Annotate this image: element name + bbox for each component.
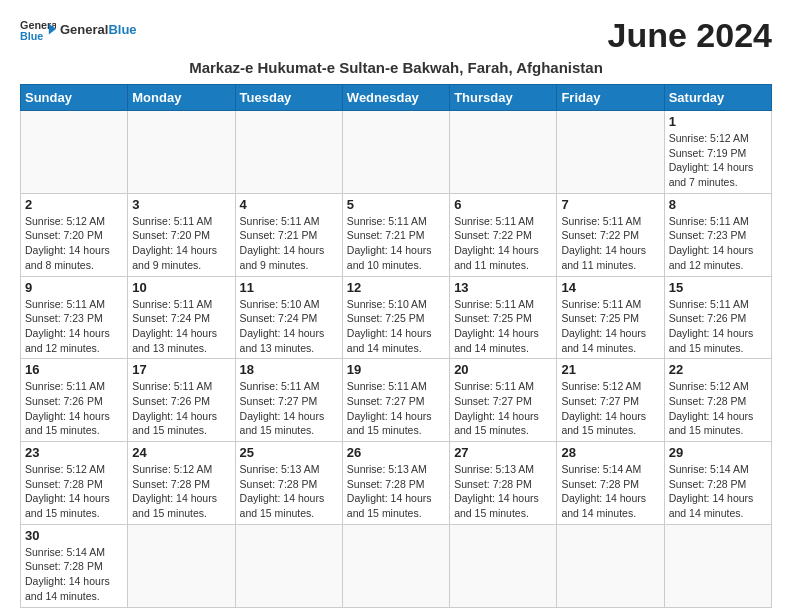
calendar-week-row: 9Sunrise: 5:11 AM Sunset: 7:23 PM Daylig…	[21, 276, 772, 359]
calendar-cell: 1Sunrise: 5:12 AM Sunset: 7:19 PM Daylig…	[664, 111, 771, 194]
day-number: 17	[132, 362, 230, 377]
calendar-cell: 14Sunrise: 5:11 AM Sunset: 7:25 PM Dayli…	[557, 276, 664, 359]
day-number: 3	[132, 197, 230, 212]
day-info: Sunrise: 5:10 AM Sunset: 7:24 PM Dayligh…	[240, 297, 338, 356]
calendar-cell	[342, 524, 449, 607]
calendar-cell	[557, 111, 664, 194]
calendar-week-row: 16Sunrise: 5:11 AM Sunset: 7:26 PM Dayli…	[21, 359, 772, 442]
calendar-cell: 12Sunrise: 5:10 AM Sunset: 7:25 PM Dayli…	[342, 276, 449, 359]
day-info: Sunrise: 5:12 AM Sunset: 7:28 PM Dayligh…	[669, 379, 767, 438]
header-sunday: Sunday	[21, 85, 128, 111]
day-number: 16	[25, 362, 123, 377]
day-number: 28	[561, 445, 659, 460]
calendar-cell: 8Sunrise: 5:11 AM Sunset: 7:23 PM Daylig…	[664, 193, 771, 276]
day-info: Sunrise: 5:11 AM Sunset: 7:20 PM Dayligh…	[132, 214, 230, 273]
calendar-cell: 20Sunrise: 5:11 AM Sunset: 7:27 PM Dayli…	[450, 359, 557, 442]
day-info: Sunrise: 5:11 AM Sunset: 7:21 PM Dayligh…	[240, 214, 338, 273]
day-info: Sunrise: 5:13 AM Sunset: 7:28 PM Dayligh…	[454, 462, 552, 521]
day-info: Sunrise: 5:11 AM Sunset: 7:27 PM Dayligh…	[347, 379, 445, 438]
day-info: Sunrise: 5:11 AM Sunset: 7:21 PM Dayligh…	[347, 214, 445, 273]
day-info: Sunrise: 5:14 AM Sunset: 7:28 PM Dayligh…	[561, 462, 659, 521]
calendar-cell: 29Sunrise: 5:14 AM Sunset: 7:28 PM Dayli…	[664, 442, 771, 525]
calendar-cell	[128, 111, 235, 194]
calendar-week-row: 30Sunrise: 5:14 AM Sunset: 7:28 PM Dayli…	[21, 524, 772, 607]
page-header: General Blue GeneralBlue June 2024	[20, 16, 772, 55]
calendar-cell: 2Sunrise: 5:12 AM Sunset: 7:20 PM Daylig…	[21, 193, 128, 276]
day-info: Sunrise: 5:11 AM Sunset: 7:24 PM Dayligh…	[132, 297, 230, 356]
calendar-cell: 18Sunrise: 5:11 AM Sunset: 7:27 PM Dayli…	[235, 359, 342, 442]
day-number: 4	[240, 197, 338, 212]
calendar-table: SundayMondayTuesdayWednesdayThursdayFrid…	[20, 84, 772, 608]
day-info: Sunrise: 5:11 AM Sunset: 7:22 PM Dayligh…	[561, 214, 659, 273]
day-info: Sunrise: 5:12 AM Sunset: 7:28 PM Dayligh…	[132, 462, 230, 521]
header-friday: Friday	[557, 85, 664, 111]
calendar-cell: 23Sunrise: 5:12 AM Sunset: 7:28 PM Dayli…	[21, 442, 128, 525]
day-info: Sunrise: 5:12 AM Sunset: 7:19 PM Dayligh…	[669, 131, 767, 190]
calendar-week-row: 1Sunrise: 5:12 AM Sunset: 7:19 PM Daylig…	[21, 111, 772, 194]
day-number: 7	[561, 197, 659, 212]
calendar-cell	[664, 524, 771, 607]
day-number: 19	[347, 362, 445, 377]
day-number: 27	[454, 445, 552, 460]
calendar-cell	[128, 524, 235, 607]
day-number: 23	[25, 445, 123, 460]
calendar-cell: 22Sunrise: 5:12 AM Sunset: 7:28 PM Dayli…	[664, 359, 771, 442]
day-number: 14	[561, 280, 659, 295]
logo-svg: General Blue	[20, 16, 56, 44]
day-info: Sunrise: 5:13 AM Sunset: 7:28 PM Dayligh…	[347, 462, 445, 521]
day-number: 29	[669, 445, 767, 460]
calendar-cell: 26Sunrise: 5:13 AM Sunset: 7:28 PM Dayli…	[342, 442, 449, 525]
calendar-cell: 28Sunrise: 5:14 AM Sunset: 7:28 PM Dayli…	[557, 442, 664, 525]
calendar-cell	[235, 524, 342, 607]
header-saturday: Saturday	[664, 85, 771, 111]
header-wednesday: Wednesday	[342, 85, 449, 111]
calendar-cell: 11Sunrise: 5:10 AM Sunset: 7:24 PM Dayli…	[235, 276, 342, 359]
day-info: Sunrise: 5:11 AM Sunset: 7:23 PM Dayligh…	[25, 297, 123, 356]
day-info: Sunrise: 5:13 AM Sunset: 7:28 PM Dayligh…	[240, 462, 338, 521]
day-info: Sunrise: 5:14 AM Sunset: 7:28 PM Dayligh…	[669, 462, 767, 521]
calendar-cell: 7Sunrise: 5:11 AM Sunset: 7:22 PM Daylig…	[557, 193, 664, 276]
day-number: 11	[240, 280, 338, 295]
day-number: 22	[669, 362, 767, 377]
calendar-cell: 24Sunrise: 5:12 AM Sunset: 7:28 PM Dayli…	[128, 442, 235, 525]
calendar-cell: 4Sunrise: 5:11 AM Sunset: 7:21 PM Daylig…	[235, 193, 342, 276]
logo-blue: Blue	[108, 22, 136, 37]
logo: General Blue GeneralBlue	[20, 16, 137, 44]
calendar-cell	[342, 111, 449, 194]
header-thursday: Thursday	[450, 85, 557, 111]
month-title: June 2024	[608, 16, 772, 55]
day-number: 15	[669, 280, 767, 295]
calendar-cell: 16Sunrise: 5:11 AM Sunset: 7:26 PM Dayli…	[21, 359, 128, 442]
logo-general: General	[60, 22, 108, 37]
day-info: Sunrise: 5:11 AM Sunset: 7:25 PM Dayligh…	[561, 297, 659, 356]
header-tuesday: Tuesday	[235, 85, 342, 111]
calendar-cell: 15Sunrise: 5:11 AM Sunset: 7:26 PM Dayli…	[664, 276, 771, 359]
calendar-cell: 19Sunrise: 5:11 AM Sunset: 7:27 PM Dayli…	[342, 359, 449, 442]
calendar-cell: 6Sunrise: 5:11 AM Sunset: 7:22 PM Daylig…	[450, 193, 557, 276]
day-number: 12	[347, 280, 445, 295]
day-number: 20	[454, 362, 552, 377]
day-number: 1	[669, 114, 767, 129]
calendar-cell: 27Sunrise: 5:13 AM Sunset: 7:28 PM Dayli…	[450, 442, 557, 525]
calendar-cell: 9Sunrise: 5:11 AM Sunset: 7:23 PM Daylig…	[21, 276, 128, 359]
day-info: Sunrise: 5:11 AM Sunset: 7:26 PM Dayligh…	[669, 297, 767, 356]
svg-text:Blue: Blue	[20, 30, 43, 42]
calendar-cell: 3Sunrise: 5:11 AM Sunset: 7:20 PM Daylig…	[128, 193, 235, 276]
day-info: Sunrise: 5:14 AM Sunset: 7:28 PM Dayligh…	[25, 545, 123, 604]
day-number: 25	[240, 445, 338, 460]
day-number: 26	[347, 445, 445, 460]
calendar-cell: 17Sunrise: 5:11 AM Sunset: 7:26 PM Dayli…	[128, 359, 235, 442]
calendar-cell: 30Sunrise: 5:14 AM Sunset: 7:28 PM Dayli…	[21, 524, 128, 607]
calendar-cell: 25Sunrise: 5:13 AM Sunset: 7:28 PM Dayli…	[235, 442, 342, 525]
day-number: 24	[132, 445, 230, 460]
day-info: Sunrise: 5:12 AM Sunset: 7:28 PM Dayligh…	[25, 462, 123, 521]
calendar-cell: 13Sunrise: 5:11 AM Sunset: 7:25 PM Dayli…	[450, 276, 557, 359]
day-number: 9	[25, 280, 123, 295]
calendar-cell	[21, 111, 128, 194]
day-number: 10	[132, 280, 230, 295]
calendar-cell	[450, 111, 557, 194]
day-number: 2	[25, 197, 123, 212]
day-number: 13	[454, 280, 552, 295]
calendar-cell: 5Sunrise: 5:11 AM Sunset: 7:21 PM Daylig…	[342, 193, 449, 276]
day-number: 6	[454, 197, 552, 212]
